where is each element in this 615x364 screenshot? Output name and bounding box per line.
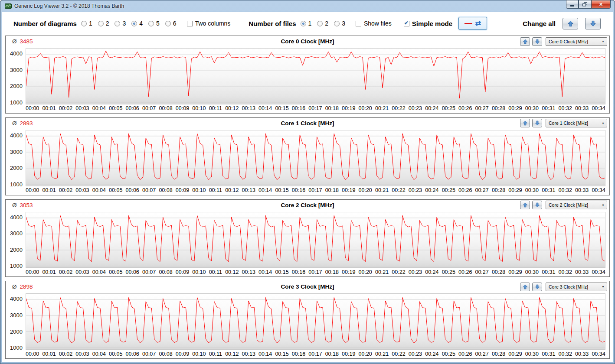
x-tick-label: 00:12 — [225, 187, 239, 193]
chevron-down-icon: ▼ — [602, 285, 605, 288]
x-tick-label: 00:17 — [308, 269, 322, 275]
line-chart — [26, 49, 605, 104]
average-readout: Ø 3485 — [6, 38, 33, 45]
move-diagram-down-button[interactable] — [532, 283, 542, 291]
x-tick-label: 00:16 — [292, 351, 305, 357]
chart-area: 4000300020001000 — [6, 47, 609, 104]
file-count-option-2[interactable]: 2 — [317, 20, 328, 27]
x-tick-label: 00:13 — [242, 105, 255, 111]
panel-controls: Core 1 Clock [MHz] ▼ — [520, 119, 607, 127]
metric-dropdown[interactable]: Core 1 Clock [MHz] ▼ — [546, 119, 607, 127]
x-tick-label: 00:19 — [342, 105, 355, 111]
radio-label: 2 — [106, 20, 109, 27]
change-all-down-button[interactable] — [585, 18, 601, 29]
panel-title: Core 0 Clock [MHz] — [6, 38, 609, 45]
x-tick-label: 00:17 — [308, 105, 322, 111]
x-tick-label: 00:13 — [242, 269, 255, 275]
radio-button-icon[interactable] — [131, 21, 137, 26]
x-tick-label: 00:34 — [592, 187, 605, 193]
show-files-checkbox[interactable]: Show files — [356, 20, 392, 27]
radio-label: 3 — [342, 20, 345, 27]
x-tick-label: 00:00 — [26, 187, 39, 193]
restore-button[interactable] — [579, 0, 591, 9]
metric-dropdown[interactable]: Core 2 Clock [MHz] ▼ — [546, 201, 607, 209]
diagram-count-option-4[interactable]: 4 — [131, 20, 143, 27]
radio-label: 5 — [156, 20, 160, 27]
app-window: Generic Log Viewer 3.2 - © 2018 Thomas B… — [0, 0, 615, 364]
move-diagram-up-button[interactable] — [520, 283, 530, 291]
diagram-count-option-5[interactable]: 5 — [148, 20, 160, 27]
diagram-count-option-6[interactable]: 6 — [165, 20, 177, 27]
window-title: Generic Log Viewer 3.2 - © 2018 Thomas B… — [14, 3, 124, 9]
move-diagram-up-button[interactable] — [520, 201, 530, 209]
x-tick-label: 00:23 — [409, 105, 422, 111]
radio-button-icon[interactable] — [98, 21, 104, 26]
radio-button-icon[interactable] — [81, 21, 87, 26]
x-tick-label: 00:01 — [42, 187, 56, 193]
average-symbol: Ø — [12, 120, 17, 127]
x-tick-label: 00:27 — [475, 269, 488, 275]
x-tick-label: 00:09 — [176, 269, 189, 275]
checkbox-icon[interactable] — [404, 21, 409, 26]
minimize-button[interactable] — [566, 0, 579, 9]
radio-button-icon[interactable] — [165, 21, 171, 26]
line-style-refresh-button[interactable]: ⇄ — [458, 17, 487, 30]
change-all-up-button[interactable] — [563, 18, 578, 29]
move-diagram-up-button[interactable] — [520, 37, 530, 46]
two-columns-checkbox[interactable]: Two columns — [187, 20, 231, 27]
up-arrow-icon — [523, 39, 528, 44]
radio-button-icon[interactable] — [301, 21, 306, 26]
up-arrow-icon — [567, 20, 574, 27]
x-tick-label: 00:31 — [542, 351, 555, 357]
x-tick-label: 00:17 — [308, 187, 322, 193]
metric-dropdown[interactable]: Core 3 Clock [MHz] ▼ — [546, 283, 607, 291]
close-button[interactable]: × — [591, 0, 611, 9]
x-tick-label: 00:09 — [176, 105, 189, 111]
move-diagram-down-button[interactable] — [532, 37, 542, 46]
average-value: 3053 — [20, 202, 33, 208]
file-count-option-1[interactable]: 1 — [301, 20, 312, 27]
x-tick-label: 00:27 — [475, 187, 488, 193]
x-tick-label: 00:28 — [492, 105, 505, 111]
panel-header: Ø 3485 Core 0 Clock [MHz] Core 0 Clock [… — [6, 36, 609, 47]
y-tick-label: 3000 — [10, 67, 23, 73]
x-tick-label: 00:07 — [142, 105, 156, 111]
radio-button-icon[interactable] — [317, 21, 323, 26]
move-diagram-up-button[interactable] — [520, 119, 530, 127]
metric-dropdown-value: Core 0 Clock [MHz] — [549, 39, 602, 44]
y-tick-label: 4000 — [10, 51, 23, 57]
diagram-count-option-1[interactable]: 1 — [81, 20, 92, 27]
x-tick-label: 00:05 — [109, 351, 122, 357]
x-tick-label: 00:12 — [225, 351, 239, 357]
average-readout: Ø 3053 — [6, 202, 33, 208]
checkbox-icon[interactable] — [187, 21, 193, 26]
move-diagram-down-button[interactable] — [532, 119, 542, 127]
metric-dropdown[interactable]: Core 0 Clock [MHz] ▼ — [546, 37, 607, 46]
client-area: Number of diagrams 123456 Two columns Nu… — [2, 12, 613, 362]
x-axis: 00:0000:0100:0200:0300:0400:0500:0600:07… — [26, 186, 605, 195]
x-tick-label: 00:20 — [359, 105, 372, 111]
x-tick-label: 00:32 — [559, 351, 572, 357]
radio-label: 6 — [173, 20, 177, 27]
x-tick-label: 00:28 — [492, 269, 505, 275]
x-tick-label: 00:29 — [508, 351, 522, 357]
down-arrow-icon — [535, 39, 540, 44]
diagram-count-option-3[interactable]: 3 — [114, 20, 126, 27]
checkbox-icon[interactable] — [356, 21, 361, 26]
x-tick-label: 00:24 — [425, 351, 438, 357]
diagram-count-option-2[interactable]: 2 — [98, 20, 109, 27]
x-tick-label: 00:11 — [209, 105, 222, 111]
x-tick-label: 00:25 — [442, 187, 455, 193]
titlebar[interactable]: Generic Log Viewer 3.2 - © 2018 Thomas B… — [2, 0, 613, 12]
down-arrow-icon — [535, 120, 540, 126]
x-tick-label: 00:30 — [525, 351, 539, 357]
radio-button-icon[interactable] — [334, 21, 340, 26]
radio-button-icon[interactable] — [148, 21, 154, 26]
radio-button-icon[interactable] — [114, 21, 120, 26]
radio-label: 3 — [122, 20, 126, 27]
file-count-option-3[interactable]: 3 — [334, 20, 345, 27]
chart-plot — [26, 212, 605, 268]
move-diagram-down-button[interactable] — [532, 201, 542, 209]
x-tick-label: 00:08 — [159, 351, 172, 357]
simple-mode-checkbox[interactable]: Simple mode — [404, 20, 452, 27]
